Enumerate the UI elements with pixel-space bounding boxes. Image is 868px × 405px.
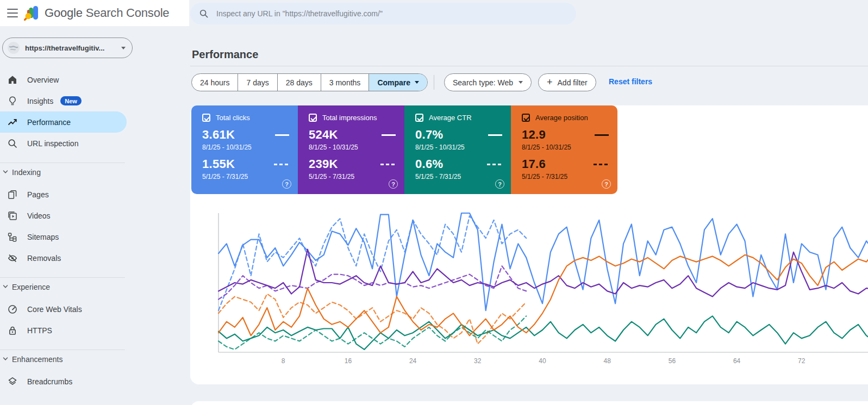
- chevron-down-icon: [519, 81, 523, 84]
- layers-icon: [7, 376, 18, 387]
- sidebar-item-label: Core Web Vitals: [27, 305, 82, 314]
- metric-range-previous: 5/1/25 - 7/31/25: [522, 173, 609, 180]
- url-inspect-input[interactable]: [215, 9, 567, 18]
- sidebar-item-sitemaps[interactable]: Sitemaps: [0, 226, 127, 247]
- solid-line-indicator: [275, 134, 289, 136]
- metric-label: Average position: [535, 114, 588, 122]
- metric-cards-row: Total clicks 3.61K 8/1/25 - 10/31/25 1.5…: [191, 105, 617, 194]
- metric-checkbox-checked[interactable]: [309, 114, 317, 122]
- sidebar-item-performance[interactable]: Performance: [0, 111, 127, 133]
- sidebar-section-label: Indexing: [12, 168, 41, 177]
- chevron-down-icon: [121, 47, 126, 49]
- metric-checkbox-checked[interactable]: [522, 114, 530, 122]
- url-inspect-searchbar[interactable]: [190, 3, 576, 24]
- search-type-button[interactable]: Search type: Web: [444, 73, 532, 91]
- caret-icon: [2, 355, 9, 364]
- solid-line-indicator: [382, 134, 396, 136]
- sidebar-item-videos[interactable]: Videos: [0, 205, 127, 226]
- sidebar-item-label: Pages: [27, 190, 49, 199]
- metric-card-average-ctr[interactable]: Average CTR 0.7% 8/1/25 - 10/31/25 0.6% …: [404, 105, 511, 194]
- sidebar-item-label: Performance: [27, 118, 71, 127]
- metric-range-previous: 5/1/25 - 7/31/25: [309, 173, 396, 180]
- new-badge: New: [60, 96, 82, 105]
- sidebar-section-experience[interactable]: Experience: [0, 279, 127, 295]
- chart-series-total-clicks-8-1-25-10-31-25: [218, 213, 868, 310]
- sitemap-icon: [7, 232, 18, 242]
- x-tick-label: 48: [604, 357, 611, 365]
- help-icon[interactable]: ?: [282, 179, 291, 189]
- home-icon: [7, 74, 18, 85]
- add-filter-button[interactable]: + Add filter: [538, 73, 596, 91]
- sidebar-item-label: Removals: [27, 254, 61, 263]
- sidebar-item-label: Overview: [27, 76, 59, 84]
- sidebar-section-enhancements[interactable]: Enhancements: [0, 351, 127, 367]
- plus-icon: +: [547, 77, 553, 87]
- caret-icon: [2, 168, 9, 177]
- sidebar-section-indexing[interactable]: Indexing: [0, 164, 127, 180]
- pages-icon: [7, 189, 18, 200]
- date-range-7-days[interactable]: 7 days: [238, 74, 277, 91]
- date-range-28-days[interactable]: 28 days: [277, 74, 321, 91]
- app-logo: Google Search Console: [24, 5, 169, 21]
- metric-value-current: 3.61K: [202, 128, 235, 142]
- sidebar-item-url-inspection[interactable]: URL inspection: [0, 133, 127, 154]
- metric-checkbox-checked[interactable]: [202, 114, 210, 122]
- metric-range-current: 8/1/25 - 10/31/25: [309, 144, 396, 151]
- help-icon[interactable]: ?: [389, 179, 398, 189]
- sidebar-item-breadcrumbs[interactable]: Breadcrumbs: [0, 371, 127, 392]
- sidebar-item-removals[interactable]: Removals: [0, 247, 127, 269]
- property-globe-icon: [7, 41, 20, 54]
- x-tick-label: 8: [282, 357, 285, 365]
- video-icon: [7, 210, 18, 221]
- sidebar-item-pages[interactable]: Pages: [0, 184, 127, 205]
- property-selector[interactable]: https://thetravelfugitiv...: [2, 38, 133, 58]
- metric-value-previous: 239K: [309, 157, 338, 171]
- title-divider: [190, 66, 868, 66]
- sidebar-item-insights[interactable]: InsightsNew: [0, 90, 127, 111]
- reset-filters-link[interactable]: Reset filters: [609, 77, 652, 86]
- metric-range-current: 8/1/25 - 10/31/25: [202, 144, 289, 151]
- x-tick-label: 64: [733, 357, 741, 365]
- sidebar-item-https[interactable]: HTTPS: [0, 320, 127, 341]
- sidebar-navigation: Overview InsightsNew Performance URL ins…: [0, 69, 127, 392]
- metric-range-current: 8/1/25 - 10/31/25: [522, 144, 609, 151]
- metric-range-previous: 5/1/25 - 7/31/25: [202, 173, 289, 180]
- x-tick-label: 72: [798, 357, 805, 365]
- sidebar-item-overview[interactable]: Overview: [0, 69, 127, 90]
- help-icon[interactable]: ?: [495, 179, 504, 189]
- eye-off-icon: [7, 253, 18, 264]
- date-range-24-hours[interactable]: 24 hours: [192, 74, 238, 91]
- metric-card-total-clicks[interactable]: Total clicks 3.61K 8/1/25 - 10/31/25 1.5…: [191, 105, 298, 194]
- chevron-down-icon: [415, 81, 419, 84]
- metric-range-previous: 5/1/25 - 7/31/25: [415, 173, 502, 180]
- metric-range-current: 8/1/25 - 10/31/25: [415, 144, 502, 151]
- sidebar-item-core-web-vitals[interactable]: Core Web Vitals: [0, 298, 127, 320]
- sidebar-item-label: HTTPS: [27, 326, 52, 335]
- x-tick-label: 32: [474, 357, 482, 365]
- dashed-line-indicator: [380, 164, 396, 165]
- metric-value-previous: 0.6%: [415, 157, 443, 171]
- metric-checkbox-checked[interactable]: [415, 114, 423, 122]
- x-tick-label: 16: [345, 357, 352, 365]
- metric-value-current: 0.7%: [415, 128, 443, 142]
- date-range-3-months[interactable]: 3 months: [321, 74, 369, 91]
- chart-series-total-clicks-5-1-25-7-31-25: [218, 216, 526, 310]
- metric-card-average-position[interactable]: Average position 12.9 8/1/25 - 10/31/25 …: [511, 105, 617, 194]
- menu-icon[interactable]: [7, 9, 18, 17]
- date-range-compare[interactable]: Compare: [369, 74, 427, 91]
- sidebar-divider: [0, 163, 125, 163]
- metric-value-previous: 17.6: [522, 157, 546, 171]
- sidebar-item-label: Videos: [27, 211, 51, 220]
- x-tick-label: 24: [409, 357, 417, 365]
- metric-card-total-impressions[interactable]: Total impressions 524K 8/1/25 - 10/31/25…: [298, 105, 404, 194]
- search-console-logo-icon: [24, 5, 40, 21]
- sidebar-item-label: Sitemaps: [27, 233, 59, 241]
- performance-chart-container: 81624324048566472: [190, 209, 868, 372]
- help-icon[interactable]: ?: [602, 179, 611, 189]
- property-url: https://thetravelfugitiv...: [25, 44, 116, 52]
- performance-chart[interactable]: 81624324048566472: [190, 209, 868, 372]
- page-title: Performance: [192, 48, 258, 61]
- metric-value-current: 524K: [309, 128, 338, 142]
- trend-icon: [7, 117, 18, 128]
- filter-separator: [434, 75, 434, 90]
